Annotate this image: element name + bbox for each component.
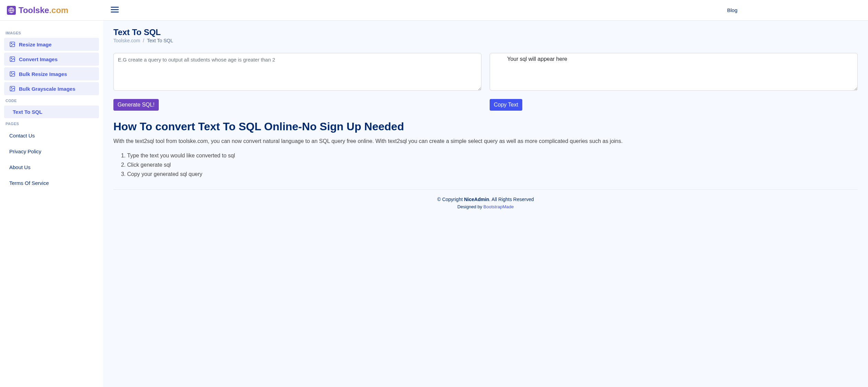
- generate-sql-button[interactable]: Generate SQL!: [113, 99, 159, 111]
- breadcrumb-current: Text To SQL: [147, 38, 173, 43]
- bootstrapmade-link[interactable]: BootstrapMade: [483, 204, 514, 209]
- copyright-text: © Copyright NiceAdmin. All Rights Reserv…: [113, 197, 858, 202]
- sidebar-item-label: Bulk Resize Images: [19, 71, 67, 77]
- svg-point-11: [11, 87, 12, 88]
- sidebar-heading-pages: PAGES: [5, 122, 99, 126]
- logo[interactable]: Toolske.com: [7, 5, 103, 15]
- sidebar-item-bulk-grayscale[interactable]: Bulk Grayscale Images: [4, 82, 99, 95]
- steps-list: Type the text you would like converted t…: [113, 151, 858, 179]
- sidebar-item-label: Resize Image: [19, 42, 52, 47]
- image-icon: [9, 71, 15, 77]
- breadcrumb-home[interactable]: Toolske.com: [113, 38, 140, 43]
- globe-icon: [7, 6, 16, 15]
- image-icon: [9, 41, 15, 47]
- svg-point-9: [11, 73, 12, 73]
- logo-text: Toolske.com: [19, 5, 68, 15]
- main-content: Text To SQL Toolske.com / Text To SQL Ge…: [103, 21, 868, 387]
- sidebar-heading-images: IMAGES: [5, 31, 99, 35]
- sidebar: IMAGES Resize Image Convert Images Bulk …: [0, 21, 103, 387]
- nav-link-blog[interactable]: Blog: [727, 7, 737, 13]
- sql-output[interactable]: Your sql will appear here: [490, 53, 858, 91]
- breadcrumb-separator: /: [143, 38, 144, 43]
- sidebar-heading-code: CODE: [5, 99, 99, 103]
- image-icon: [9, 56, 15, 62]
- menu-toggle-button[interactable]: [110, 5, 120, 16]
- sidebar-item-label: Bulk Grayscale Images: [19, 86, 75, 92]
- sidebar-item-label: About Us: [9, 164, 31, 170]
- sidebar-item-about[interactable]: About Us: [4, 160, 99, 174]
- svg-point-7: [11, 58, 12, 58]
- footer: © Copyright NiceAdmin. All Rights Reserv…: [113, 189, 858, 216]
- image-icon: [9, 86, 15, 92]
- breadcrumb: Toolske.com / Text To SQL: [113, 38, 858, 43]
- list-item: Click generate sql: [127, 160, 858, 169]
- sidebar-item-terms[interactable]: Terms Of Service: [4, 176, 99, 190]
- list-item: Type the text you would like converted t…: [127, 151, 858, 160]
- sidebar-item-bulk-resize[interactable]: Bulk Resize Images: [4, 67, 99, 80]
- content-heading: How To convert Text To SQL Online-No Sig…: [113, 120, 858, 133]
- sidebar-item-label: Convert Images: [19, 56, 58, 62]
- credits-text: Designed by BootstrapMade: [113, 204, 858, 209]
- sidebar-item-label: Contact Us: [9, 133, 35, 139]
- sidebar-item-label: Privacy Policy: [9, 148, 41, 154]
- sidebar-item-label: Text To SQL: [13, 109, 42, 115]
- sidebar-item-text-to-sql[interactable]: Text To SQL: [4, 106, 99, 118]
- sidebar-item-convert-images[interactable]: Convert Images: [4, 53, 99, 66]
- page-title: Text To SQL: [113, 27, 858, 37]
- sidebar-item-contact[interactable]: Contact Us: [4, 129, 99, 143]
- sidebar-item-resize-image[interactable]: Resize Image: [4, 38, 99, 51]
- content-paragraph: With the text2sql tool from toolske.com,…: [113, 137, 858, 145]
- list-item: Copy your generated sql query: [127, 169, 858, 179]
- copy-text-button[interactable]: Copy Text: [490, 99, 522, 111]
- header: Toolske.com Blog: [0, 0, 868, 21]
- sidebar-item-privacy[interactable]: Privacy Policy: [4, 144, 99, 158]
- svg-point-5: [11, 43, 12, 44]
- sidebar-item-label: Terms Of Service: [9, 180, 49, 186]
- text-input[interactable]: [113, 53, 481, 91]
